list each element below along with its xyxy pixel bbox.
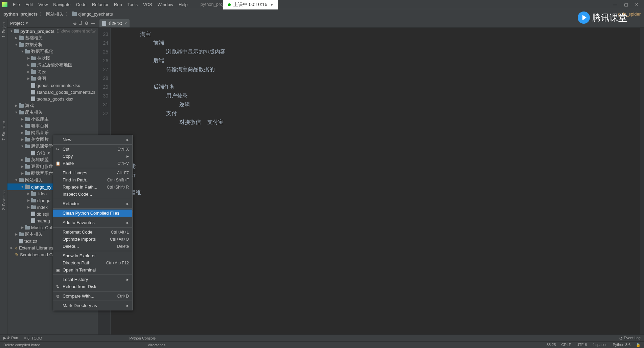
minimize-icon[interactable]: — [613, 2, 617, 7]
locate-icon[interactable]: ⊕ [73, 21, 77, 26]
status-python[interactable]: Python 3.6 [613, 343, 630, 347]
tree-node[interactable]: ▶小说爬虫 [7, 116, 98, 123]
menu-edit[interactable]: Edit [23, 1, 36, 8]
menu-mark-directory[interactable]: Mark Directory as▶ [53, 302, 132, 309]
tree-file[interactable]: standard_goods_comments.xl [7, 89, 98, 95]
status-indent[interactable]: 4 spaces [592, 343, 607, 347]
live-label: 上课中 00:10:16 [233, 2, 267, 8]
menu-local-history[interactable]: Local History▶ [53, 276, 132, 283]
tree-node[interactable]: ▼数据可视化 [7, 48, 98, 55]
left-tool-gutter: 1: Project 7: Structure 2: Favorites [0, 19, 7, 334]
menu-reload-disk[interactable]: ↻Reload from Disk [53, 283, 132, 290]
tree-node[interactable]: ▼数据分析 [7, 41, 98, 48]
close-icon[interactable]: ✕ [635, 2, 639, 7]
menu-refactor[interactable]: Refactor▶ [53, 200, 132, 207]
titlebar: File Edit View Navigate Code Refactor Ru… [0, 0, 644, 9]
menu-help[interactable]: Help [176, 1, 190, 8]
menu-paste[interactable]: 📋PasteCtrl+V [53, 160, 132, 167]
status-position[interactable]: 35:25 [547, 343, 556, 347]
menu-inspect-code[interactable]: Inspect Code... [53, 191, 132, 198]
menu-show-explorer[interactable]: Show in Explorer [53, 252, 132, 259]
cut-icon: ✂ [55, 147, 60, 152]
toolwin-python-console[interactable]: Python Console [130, 336, 156, 340]
menu-optimize-imports[interactable]: Optimize ImportsCtrl+Alt+O [53, 236, 132, 243]
tree-node[interactable]: ▶饼图 [7, 75, 98, 82]
chevron-down-icon: ▼ [270, 3, 273, 7]
menu-vcs[interactable]: VCS [140, 1, 155, 8]
menu-new[interactable]: New▶ [53, 136, 132, 143]
editor-tabs: 介绍.txt × [98, 19, 644, 28]
bottom-tools-bar: ▶ 4: Run ≡ 6: TODO Python Console ◔ Even… [0, 334, 644, 341]
toolwin-project[interactable]: 1: Project [2, 20, 6, 39]
paste-icon: 📋 [55, 161, 60, 166]
menu-navigate[interactable]: Navigate [50, 1, 73, 8]
menu-directory-path[interactable]: Directory PathCtrl+Alt+F12 [53, 259, 132, 266]
tree-node[interactable]: ▶基础相关 [7, 35, 98, 41]
tencent-ketang-overlay: 腾讯课堂 [578, 12, 627, 24]
menu-delete[interactable]: Delete...Delete [53, 243, 132, 250]
statusbar: Delete compiled bytec directories 35:25 … [0, 341, 644, 348]
collapse-icon[interactable]: ⇵ [79, 21, 83, 26]
toolwin-favorites[interactable]: 2: Favorites [2, 189, 6, 211]
status-hint: directories [148, 343, 165, 347]
hide-icon[interactable]: — [91, 21, 95, 26]
play-icon [578, 12, 590, 24]
project-panel-title[interactable]: Project [10, 21, 24, 26]
tab-label: 介绍.txt [108, 21, 122, 26]
menu-add-favorites[interactable]: Add to Favorites▶ [53, 219, 132, 226]
menu-open-terminal[interactable]: ▣Open in Terminal [53, 266, 132, 274]
menu-copy[interactable]: Copy▶ [53, 153, 132, 160]
breadcrumb-mid[interactable]: 网站相关 [46, 11, 64, 17]
chevron-down-icon[interactable]: ▼ [25, 21, 28, 25]
tree-root[interactable]: ▼python_projectsD:\development softw [7, 28, 98, 35]
breadcrumb-root[interactable]: python_projects [3, 12, 38, 17]
ide-logo-icon [2, 2, 7, 7]
menu-refactor[interactable]: Refactor [89, 1, 111, 8]
editor-tab[interactable]: 介绍.txt × [99, 19, 130, 27]
code-area[interactable]: 淘宝 前端 浏览器中显示的排版内容 后端 传输淘宝商品数据的 后端任务 用户登录… [110, 28, 640, 334]
close-icon[interactable]: × [124, 21, 127, 26]
menu-compare-with[interactable]: ⧉Compare With...Ctrl+D [53, 292, 132, 300]
menu-replace-in-path[interactable]: Replace in Path...Ctrl+Shift+R [53, 183, 132, 191]
lock-icon[interactable]: 🔒 [636, 343, 641, 347]
toolwin-run[interactable]: ▶ 4: Run [3, 336, 18, 340]
menu-view[interactable]: View [36, 1, 50, 8]
tree-node[interactable]: ▶柱状图 [7, 55, 98, 62]
tree-node[interactable]: ▶词云 [7, 68, 98, 75]
menu-code[interactable]: Code [73, 1, 89, 8]
menu-file[interactable]: File [10, 1, 23, 8]
tree-node[interactable]: ▶游戏 [7, 102, 98, 109]
status-message: Delete compiled bytec [3, 343, 40, 347]
menu-find-usages[interactable]: Find UsagesAlt+F7 [53, 169, 132, 176]
menu-reformat-code[interactable]: Reformat CodeCtrl+Alt+L [53, 229, 132, 236]
tree-node[interactable]: ▼爬虫相关 [7, 109, 98, 116]
status-encoding[interactable]: UTF-8 [576, 343, 587, 347]
menu-cut[interactable]: ✂CutCtrl+X [53, 146, 132, 153]
reload-icon: ↻ [55, 284, 60, 289]
tree-node[interactable]: ▶糗事百科 [7, 123, 98, 129]
menu-find-in-path[interactable]: Find in Path...Ctrl+Shift+F [53, 176, 132, 183]
menu-tools[interactable]: Tools [125, 1, 140, 8]
event-log[interactable]: ◔ Event Log [619, 336, 641, 340]
file-icon [102, 21, 106, 26]
folder-icon [72, 12, 77, 16]
live-class-badge[interactable]: 上课中 00:10:16 ▼ [223, 0, 278, 9]
status-line-sep[interactable]: CRLF [561, 343, 571, 347]
menu-window[interactable]: Window [155, 1, 176, 8]
tree-file[interactable]: goods_comments.xlsx [7, 82, 98, 89]
toolwin-todo[interactable]: ≡ 6: TODO [24, 336, 42, 340]
editor: 介绍.txt × 23242526272829303132 淘宝 前端 浏览器中… [98, 19, 644, 334]
live-dot-icon [228, 3, 231, 6]
maximize-icon[interactable]: ▢ [624, 2, 628, 7]
toolwin-structure[interactable]: 7: Structure [2, 120, 6, 142]
menu-run[interactable]: Run [111, 1, 125, 8]
breadcrumb: python_projects 〉 网站相关 〉 django_pyechart… [0, 9, 644, 19]
tree-file[interactable]: taobao_goods.xlsx [7, 95, 98, 102]
editor-right-stripe [640, 28, 644, 334]
tree-node[interactable]: ▶淘宝店铺分布地图 [7, 62, 98, 68]
breadcrumb-leaf[interactable]: django_pyecharts [72, 12, 113, 17]
gear-icon[interactable]: ⚙ [85, 21, 89, 26]
terminal-icon: ▣ [55, 268, 60, 273]
menu-clean-python-compiled[interactable]: Clean Python Compiled Files [53, 210, 132, 217]
compare-icon: ⧉ [55, 294, 60, 299]
